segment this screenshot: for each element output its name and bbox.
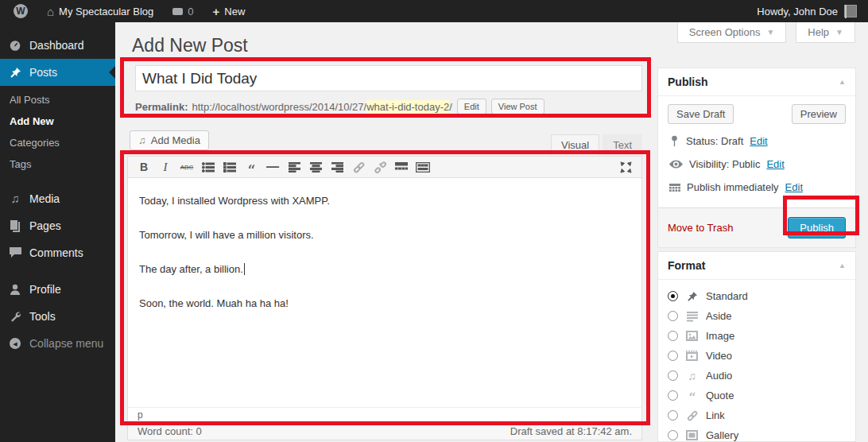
- screen-meta-tabs: Screen Options ▼ Help ▼: [677, 22, 855, 43]
- more-tag-button[interactable]: [393, 159, 409, 175]
- format-option-link[interactable]: Link: [668, 405, 846, 425]
- schedule-row: Publish immediately Edit: [669, 181, 844, 193]
- sidebar-item-collapse-menu[interactable]: ◀ Collapse menu: [0, 330, 115, 357]
- save-draft-button[interactable]: Save Draft: [668, 104, 734, 124]
- bullet-list-button[interactable]: [200, 159, 216, 175]
- sidebar-item-tags[interactable]: Tags: [0, 153, 115, 175]
- user-icon: [8, 284, 22, 296]
- site-name-link[interactable]: ⌂ My Spectacular Blog: [40, 0, 161, 22]
- format-panel-title: Format: [668, 259, 705, 272]
- remove-link-button[interactable]: [372, 159, 388, 175]
- howdy-account-link[interactable]: Howdy, John Doe: [757, 6, 838, 17]
- screen-options-button[interactable]: Screen Options ▼: [677, 22, 787, 43]
- sidebar-item-profile[interactable]: Profile: [0, 276, 115, 303]
- blockquote-button[interactable]: “: [243, 159, 259, 175]
- tab-visual[interactable]: Visual: [551, 134, 599, 155]
- media-icon: ♫: [138, 134, 146, 146]
- permalink-base: http://localhost/wordpress/2014/10/27/: [192, 101, 366, 113]
- radio[interactable]: [668, 370, 678, 381]
- format-option-video[interactable]: Video: [668, 346, 846, 366]
- add-media-button[interactable]: ♫ Add Media: [130, 130, 209, 150]
- format-option-quote[interactable]: “ Quote: [668, 386, 846, 405]
- chevron-down-icon: ▼: [835, 28, 843, 37]
- move-to-trash-link[interactable]: Move to Trash: [668, 222, 733, 234]
- edit-status-link[interactable]: Edit: [750, 135, 767, 147]
- align-left-button[interactable]: [286, 159, 302, 175]
- publishing-actions: Move to Trash Publish: [658, 207, 855, 247]
- format-option-gallery[interactable]: Gallery: [668, 425, 846, 442]
- comments-admin-bar-link[interactable]: 0: [165, 0, 200, 22]
- view-post-button[interactable]: View Post: [491, 99, 544, 114]
- sidebar-item-label: Collapse menu: [29, 337, 103, 350]
- horizontal-rule-button[interactable]: —: [265, 159, 281, 175]
- publish-panel: Publish ▲ Save Draft Preview Status: Dra…: [657, 68, 856, 248]
- pushpin-icon: [685, 291, 699, 302]
- bold-button[interactable]: B: [136, 159, 152, 175]
- post-title-input[interactable]: [135, 65, 642, 91]
- radio[interactable]: [668, 331, 678, 341]
- sidebar-item-comments[interactable]: Comments: [0, 239, 115, 266]
- admin-bar-left: W ⌂ My Spectacular Blog 0 + New: [0, 0, 252, 22]
- format-option-standard[interactable]: Standard: [668, 286, 846, 306]
- avatar[interactable]: [844, 5, 857, 17]
- radio[interactable]: [668, 390, 678, 401]
- sidebar-item-pages[interactable]: Pages: [0, 212, 115, 239]
- align-center-button[interactable]: [308, 159, 324, 175]
- tab-text[interactable]: Text: [603, 134, 642, 155]
- radio[interactable]: [668, 430, 678, 440]
- editor-paragraph: The day after, a billion.: [139, 264, 630, 276]
- new-content-button[interactable]: + New: [206, 0, 253, 22]
- gallery-icon: [685, 430, 699, 440]
- format-option-image[interactable]: Image: [668, 326, 846, 346]
- format-option-audio[interactable]: ♫ Audio: [668, 366, 846, 386]
- distraction-free-button[interactable]: [618, 159, 634, 175]
- edit-permalink-button[interactable]: Edit: [457, 99, 486, 114]
- numbered-list-button[interactable]: [222, 159, 238, 175]
- radio[interactable]: [668, 351, 678, 361]
- sidebar-item-all-posts[interactable]: All Posts: [0, 89, 115, 111]
- word-count: Word count: 0: [138, 425, 202, 437]
- calendar-icon: [669, 182, 680, 193]
- sidebar-item-posts[interactable]: Posts: [0, 59, 115, 86]
- editor-mode-tabs: Visual Text: [548, 134, 642, 155]
- format-option-aside[interactable]: Aside: [668, 306, 846, 326]
- audio-icon: ♫: [685, 370, 699, 382]
- comment-bubble-icon: [172, 8, 183, 15]
- edit-schedule-link[interactable]: Edit: [785, 181, 803, 193]
- italic-button[interactable]: I: [157, 159, 173, 175]
- toolbar-toggle-button[interactable]: [415, 159, 431, 175]
- sidebar-item-categories[interactable]: Categories: [0, 132, 115, 153]
- radio[interactable]: [668, 410, 678, 421]
- collapse-toggle-icon[interactable]: ▲: [839, 78, 846, 86]
- admin-bar-right: Howdy, John Doe: [757, 5, 868, 17]
- publish-button[interactable]: Publish: [788, 217, 846, 238]
- chevron-down-icon: ▼: [766, 28, 774, 37]
- strikethrough-button[interactable]: ABC: [179, 159, 195, 175]
- dashboard-icon: [8, 39, 22, 52]
- sidebar-item-label: Dashboard: [29, 39, 84, 52]
- format-panel-header[interactable]: Format ▲: [658, 252, 855, 280]
- preview-button[interactable]: Preview: [792, 104, 846, 124]
- sidebar-item-label: Tools: [29, 310, 56, 323]
- wordpress-logo-button[interactable]: W: [6, 0, 35, 22]
- sidebar-item-add-new[interactable]: Add New: [0, 111, 115, 132]
- site-name-label: My Spectacular Blog: [59, 6, 153, 17]
- sidebar-item-dashboard[interactable]: Dashboard: [0, 32, 115, 59]
- sidebar-item-media[interactable]: ♫ Media: [0, 184, 115, 212]
- collapse-icon: ◀: [8, 338, 22, 349]
- sidebar-item-tools[interactable]: Tools: [0, 303, 115, 330]
- publish-panel-header[interactable]: Publish ▲: [658, 68, 855, 96]
- radio[interactable]: [668, 311, 678, 321]
- editor-content-area[interactable]: Today, I installed Wordpress with XAMPP.…: [127, 178, 642, 407]
- permalink-trailing-slash: /: [449, 101, 452, 113]
- publish-panel-body: Save Draft Preview Status: Draft Edit Vi…: [658, 96, 855, 207]
- visibility-eye-icon: [669, 160, 683, 169]
- edit-visibility-link[interactable]: Edit: [766, 158, 784, 170]
- insert-link-button[interactable]: [351, 159, 366, 175]
- help-button[interactable]: Help ▼: [796, 22, 855, 43]
- radio-selected[interactable]: [668, 291, 678, 301]
- editor-element-path[interactable]: p: [127, 407, 642, 423]
- align-right-button[interactable]: [329, 159, 345, 175]
- publish-panel-title: Publish: [668, 76, 708, 88]
- collapse-toggle-icon[interactable]: ▲: [839, 262, 846, 269]
